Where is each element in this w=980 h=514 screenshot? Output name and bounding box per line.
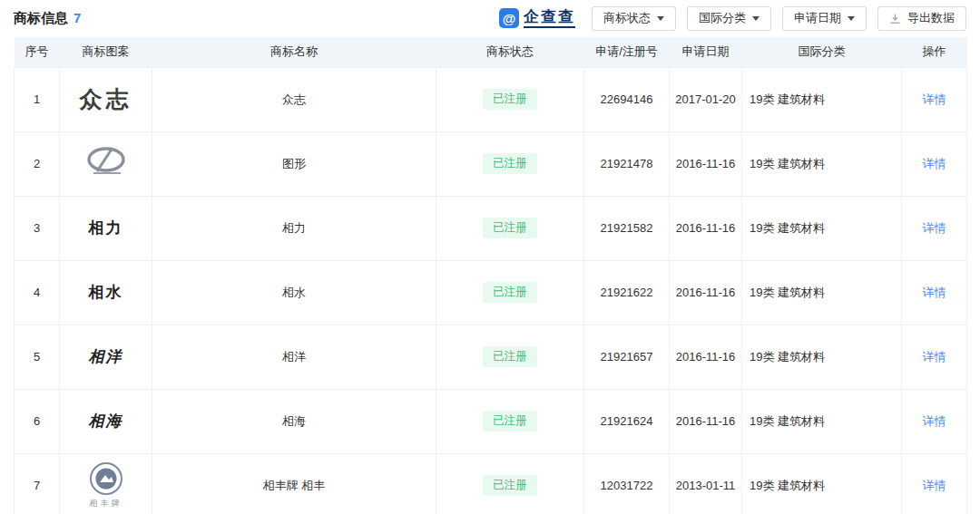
filter-trademark-status-label: 商标状态 [603, 10, 651, 26]
intl-class-cell: 19类 建筑材料 [742, 389, 902, 453]
application-date-cell: 2016-11-16 [670, 325, 742, 389]
export-data-label: 导出数据 [907, 10, 955, 26]
column-header-2: 商标名称 [152, 37, 436, 67]
row-index-cell: 3 [15, 196, 60, 260]
row-index-cell: 2 [15, 131, 60, 196]
column-header-5: 申请日期 [670, 37, 742, 67]
status-badge: 已注册 [483, 153, 537, 174]
filter-intl-class-label: 国际分类 [699, 10, 746, 26]
header-controls: @ 企查查 商标状态 国际分类 申请日期 [499, 6, 966, 31]
trademark-status-cell: 已注册 [436, 260, 584, 325]
column-header-0: 序号 [15, 37, 60, 67]
trademark-image-cell: 相丰牌 [60, 453, 152, 514]
status-badge: 已注册 [483, 218, 537, 238]
registration-number-cell: 21921657 [584, 325, 670, 389]
trademark-status-cell: 已注册 [436, 453, 584, 514]
detail-link[interactable]: 详情 [923, 157, 946, 170]
oval-logo-mark [84, 145, 128, 179]
download-icon [889, 13, 901, 24]
intl-class-cell: 19类 建筑材料 [742, 67, 902, 131]
trademark-image-cell: 相洋 [60, 325, 152, 389]
detail-link[interactable]: 详情 [923, 350, 946, 364]
trademark-image-cell: 相水 [60, 260, 152, 325]
trademark-status-cell: 已注册 [436, 67, 584, 131]
chevron-down-icon [657, 16, 664, 21]
filter-intl-class-button[interactable]: 国际分类 [687, 6, 771, 31]
status-badge: 已注册 [483, 89, 537, 110]
row-index-cell: 7 [15, 453, 60, 514]
filter-trademark-status-button[interactable]: 商标状态 [592, 6, 676, 31]
table-row: 6相海相海已注册219216242016-11-1619类 建筑材料详情 [15, 389, 967, 453]
filter-apply-date-label: 申请日期 [794, 10, 841, 26]
table-row: 4相水相水已注册219216222016-11-1619类 建筑材料详情 [15, 260, 967, 325]
qichacha-brand-name: 企查查 [524, 8, 575, 28]
trademark-image-cell: 相力 [60, 196, 152, 260]
trademark-name-cell: 相力 [152, 196, 436, 260]
registration-number-cell: 21921624 [584, 389, 670, 453]
detail-link[interactable]: 详情 [923, 221, 946, 235]
trademark-mark-text: 众志 [80, 86, 132, 112]
column-header-6: 国际分类 [742, 37, 902, 67]
qichacha-logo-icon: @ [499, 8, 519, 28]
row-index-cell: 6 [15, 389, 60, 453]
registration-number-cell: 22694146 [584, 67, 670, 131]
intl-class-cell: 19类 建筑材料 [742, 196, 902, 260]
table-row: 3相力相力已注册219215822016-11-1619类 建筑材料详情 [15, 196, 967, 260]
registration-number-cell: 21921478 [584, 131, 670, 196]
trademark-image-cell: 相海 [60, 389, 152, 453]
detail-link[interactable]: 详情 [923, 92, 946, 106]
row-index-cell: 5 [15, 325, 60, 389]
table-header-row: 序号商标图案商标名称商标状态申请/注册号申请日期国际分类操作 [15, 37, 967, 67]
qichacha-watermark: @ 企查查 [499, 8, 575, 28]
page-title: 商标信息 [14, 10, 68, 25]
trademark-mark-text: 相海 [89, 412, 123, 430]
column-header-4: 申请/注册号 [584, 37, 670, 67]
trademark-table-body: 1众志众志已注册226941462017-01-2019类 建筑材料详情2 图形… [15, 67, 967, 514]
application-date-cell: 2016-11-16 [670, 131, 742, 196]
registration-number-cell: 12031722 [584, 453, 670, 514]
detail-link[interactable]: 详情 [923, 479, 946, 492]
trademark-mark-text: 相洋 [89, 347, 123, 365]
round-emblem-mark: 相丰牌 [89, 461, 123, 509]
column-header-3: 商标状态 [436, 37, 584, 67]
row-index-cell: 1 [15, 67, 60, 131]
filter-apply-date-button[interactable]: 申请日期 [782, 6, 867, 31]
action-cell: 详情 [902, 325, 967, 389]
table-row: 5相洋相洋已注册219216572016-11-1619类 建筑材料详情 [15, 325, 967, 389]
status-badge: 已注册 [483, 411, 537, 432]
action-cell: 详情 [902, 196, 967, 260]
registration-number-cell: 21921622 [584, 260, 670, 325]
trademark-status-cell: 已注册 [436, 389, 584, 453]
panel-header: 商标信息7 @ 企查查 商标状态 国际分类 申请日期 [14, 0, 966, 33]
table-row: 2 图形已注册219214782016-11-1619类 建筑材料详情 [15, 131, 967, 196]
trademark-info-panel: 商标信息7 @ 企查查 商标状态 国际分类 申请日期 [0, 0, 980, 514]
row-index-cell: 4 [15, 260, 60, 325]
status-badge: 已注册 [483, 475, 537, 496]
action-cell: 详情 [902, 131, 967, 196]
action-cell: 详情 [902, 453, 967, 514]
application-date-cell: 2016-11-16 [670, 389, 742, 453]
trademark-name-cell: 相水 [152, 260, 436, 325]
column-header-7: 操作 [902, 37, 967, 67]
intl-class-cell: 19类 建筑材料 [742, 260, 902, 325]
export-data-button[interactable]: 导出数据 [877, 6, 966, 31]
action-cell: 详情 [902, 67, 967, 131]
action-cell: 详情 [902, 260, 967, 325]
trademark-status-cell: 已注册 [436, 196, 584, 260]
detail-link[interactable]: 详情 [923, 414, 946, 428]
trademark-name-cell: 相洋 [152, 325, 436, 389]
column-header-1: 商标图案 [60, 37, 152, 67]
application-date-cell: 2013-01-11 [670, 453, 742, 514]
trademark-name-cell: 图形 [152, 131, 436, 196]
status-badge: 已注册 [483, 346, 537, 367]
trademark-name-cell: 相丰牌 相丰 [152, 453, 436, 514]
trademark-image-cell [60, 131, 152, 196]
trademark-status-cell: 已注册 [436, 131, 584, 196]
trademark-status-cell: 已注册 [436, 325, 584, 389]
detail-link[interactable]: 详情 [923, 286, 946, 299]
registration-number-cell: 21921582 [584, 196, 670, 260]
intl-class-cell: 19类 建筑材料 [742, 453, 902, 514]
chevron-down-icon [848, 16, 855, 21]
trademark-count: 7 [74, 10, 81, 25]
trademark-table: 序号商标图案商标名称商标状态申请/注册号申请日期国际分类操作 1众志众志已注册2… [14, 37, 967, 514]
